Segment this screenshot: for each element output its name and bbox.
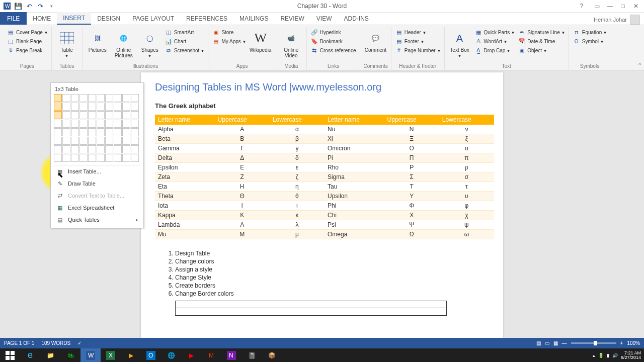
svg-text:W: W [88, 352, 94, 359]
ribbon-options-icon[interactable]: ▭ [591, 2, 603, 11]
tab-file[interactable]: FILE [0, 12, 27, 25]
undo-icon[interactable]: ↶ [25, 2, 33, 10]
equation-button[interactable]: πEquation ▾ [572, 28, 607, 36]
redo-icon[interactable]: ↷ [36, 2, 44, 10]
comment-button[interactable]: 💬Comment [363, 28, 387, 55]
object-button[interactable]: ▣Object ▾ [517, 46, 566, 54]
page-break-button[interactable]: ⤋Page Break [6, 46, 48, 54]
page-number-button[interactable]: #Page Number ▾ [394, 46, 441, 54]
text-box-button[interactable]: AText Box▾ [448, 28, 472, 60]
zip-icon[interactable]: 📦 [262, 348, 282, 362]
explorer-icon[interactable]: 📁 [40, 348, 60, 362]
chrome-icon[interactable]: 🌐 [161, 348, 181, 362]
date-time-button[interactable]: 📅Date & Time [517, 37, 566, 45]
page-title: Designing Tables in MS Word |www.myeless… [155, 81, 494, 93]
excel-spreadsheet-menuitem[interactable]: ▦Excel Spreadsheet [54, 202, 140, 214]
shapes-button[interactable]: ◯Shapes▾ [138, 28, 162, 60]
cross-reference-button[interactable]: ⇆Cross-reference [310, 46, 357, 54]
hyperlink-button[interactable]: 🔗Hyperlink [310, 28, 357, 36]
insert-table-menuitem[interactable]: ▦Insert Table... [54, 165, 140, 177]
shapes-icon: ◯ [142, 30, 158, 46]
cover-page-button[interactable]: ▤Cover Page ▾ [6, 28, 48, 36]
page-subheading: The Greek alphabet [155, 102, 494, 110]
battery-icon[interactable]: 🔋 [598, 353, 604, 358]
tab-review[interactable]: REVIEW [274, 12, 310, 25]
drop-cap-button[interactable]: A̲Drop Cap ▾ [474, 46, 516, 54]
footer-button[interactable]: ▤Footer ▾ [394, 37, 441, 45]
notepad-icon[interactable]: 📓 [242, 348, 262, 362]
screenshot-button[interactable]: ⧉Screenshot ▾ [164, 46, 205, 54]
tab-insert[interactable]: INSERT [57, 12, 91, 25]
spellcheck-icon[interactable]: ✓ [77, 340, 82, 346]
user-name[interactable]: Heman Johar [594, 17, 627, 23]
wordart-icon: 𝔸 [475, 38, 482, 45]
wordart-button[interactable]: 𝔸WordArt ▾ [474, 37, 516, 45]
camtasia-icon[interactable]: ▶ [121, 348, 141, 362]
excel-taskbar-icon[interactable]: X [101, 348, 121, 362]
header-button[interactable]: ▤Header ▾ [394, 28, 441, 36]
ie-icon[interactable]: e [20, 348, 40, 362]
youtube-icon[interactable]: ▶ [181, 348, 201, 362]
clock[interactable]: 7:21 AM8/27/2014 [621, 351, 641, 360]
tab-page-layout[interactable]: PAGE LAYOUT [126, 12, 180, 25]
excel-icon: ▦ [56, 204, 64, 212]
table-button[interactable]: Table▾ [55, 28, 79, 60]
close-icon[interactable]: ✕ [630, 2, 642, 11]
smartart-button[interactable]: ◫SmartArt [164, 28, 205, 36]
pictures-button[interactable]: 🖼Pictures [86, 28, 110, 55]
app-icon[interactable]: M [201, 348, 221, 362]
quick-parts-button[interactable]: ▦Quick Parts ▾ [474, 28, 516, 36]
zoom-in-icon[interactable]: + [620, 340, 623, 346]
outlook-icon[interactable]: O [141, 348, 161, 362]
tab-addins[interactable]: ADD-INS [338, 12, 374, 25]
collapse-ribbon-icon[interactable]: ^ [638, 62, 641, 68]
network-icon[interactable]: ▮ [607, 353, 609, 358]
table-size-grid[interactable] [54, 94, 140, 162]
onenote-icon[interactable]: N [221, 348, 242, 362]
online-pictures-button[interactable]: 🌐Online Pictures [112, 28, 136, 60]
word-count[interactable]: 109 WORDS [41, 340, 70, 346]
maximize-icon[interactable]: □ [617, 2, 629, 11]
symbol-button[interactable]: ΩSymbol ▾ [572, 37, 607, 45]
tray-up-icon[interactable]: ▴ [593, 353, 595, 358]
view-web-icon[interactable]: ▦ [553, 340, 558, 346]
zoom-level[interactable]: 100% [627, 340, 640, 346]
save-icon[interactable]: 💾 [14, 2, 22, 10]
hyperlink-icon: 🔗 [311, 29, 318, 36]
quick-tables-menuitem[interactable]: ▤Quick Tables▸ [54, 214, 140, 226]
signature-line-button[interactable]: ✒Signature Line ▾ [517, 28, 566, 36]
view-print-icon[interactable]: ▤ [536, 340, 541, 346]
online-video-button[interactable]: 📹Online Video [279, 28, 303, 60]
ribbon: ▤Cover Page ▾ ▢Blank Page ⤋Page Break Pa… [0, 25, 644, 70]
tab-references[interactable]: REFERENCES [180, 12, 233, 25]
quickparts-icon: ▦ [475, 29, 482, 36]
store-button[interactable]: ▣Store [211, 28, 246, 36]
tab-view[interactable]: VIEW [310, 12, 338, 25]
tab-design[interactable]: DESIGN [91, 12, 126, 25]
page-count[interactable]: PAGE 1 OF 1 [4, 340, 34, 346]
wikipedia-button[interactable]: WWikipedia [249, 28, 273, 55]
blank-page-button[interactable]: ▢Blank Page [6, 37, 48, 45]
minimize-icon[interactable]: — [604, 2, 616, 11]
myapps-button[interactable]: ▤My Apps ▾ [211, 37, 246, 45]
draw-table-menuitem[interactable]: ✎Draw Table [54, 177, 140, 190]
chart-button[interactable]: 📊Chart [164, 37, 205, 45]
word-taskbar-icon[interactable]: W [80, 348, 101, 362]
zoom-out-icon[interactable]: — [562, 340, 567, 346]
help-icon[interactable]: ? [576, 2, 588, 11]
ribbon-tabs: FILE HOME INSERT DESIGN PAGE LAYOUT REFE… [0, 13, 644, 25]
bookmark-button[interactable]: 🔖Bookmark [310, 37, 357, 45]
tab-home[interactable]: HOME [27, 12, 57, 25]
avatar[interactable] [630, 15, 640, 25]
start-button[interactable] [0, 348, 20, 362]
tab-mailings[interactable]: MAILINGS [233, 12, 274, 25]
page[interactable]: Designing Tables in MS Word |www.myeless… [141, 72, 503, 338]
volume-icon[interactable]: 🔊 [612, 353, 618, 358]
table-drop-title: 1x3 Table [54, 86, 140, 94]
qat-more-icon[interactable]: ▾ [47, 2, 55, 10]
zoom-slider[interactable] [571, 342, 616, 344]
crossref-icon: ⇆ [311, 47, 318, 54]
view-read-icon[interactable]: ▭ [545, 340, 549, 346]
store-taskbar-icon[interactable]: 🛍 [60, 348, 80, 362]
word-icon: W [3, 2, 11, 10]
